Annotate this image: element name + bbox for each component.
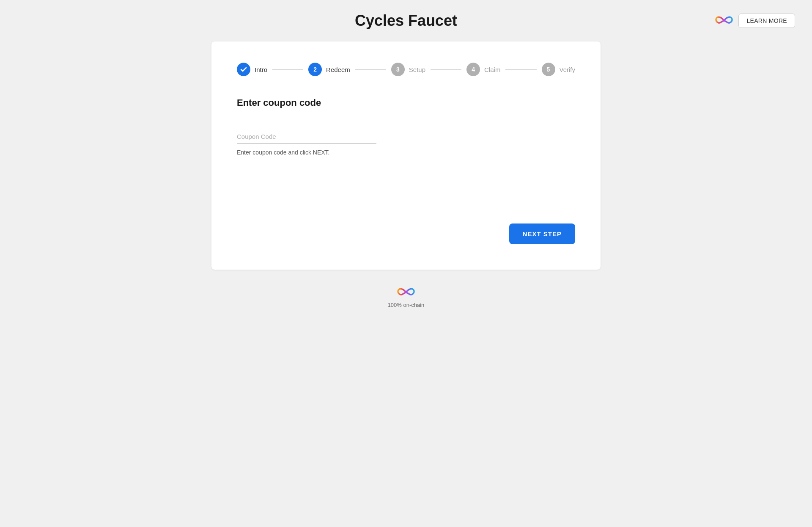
next-step-button[interactable]: NEXT STEP xyxy=(509,223,575,244)
step-number-verify: 5 xyxy=(547,66,550,73)
step-claim: 4 Claim xyxy=(466,63,500,76)
footer-tagline: 100% on-chain xyxy=(388,302,425,308)
step-setup: 3 Setup xyxy=(391,63,425,76)
step-label-claim: Claim xyxy=(484,66,500,73)
checkmark-icon xyxy=(240,66,247,73)
step-circle-verify: 5 xyxy=(542,63,555,76)
coupon-hint-text: Enter coupon code and click NEXT. xyxy=(237,149,575,156)
coupon-code-group xyxy=(237,130,575,144)
step-number-setup: 3 xyxy=(396,66,400,73)
header-actions: LEARN MORE xyxy=(715,14,795,28)
step-intro: Intro xyxy=(237,63,267,76)
step-redeem: 2 Redeem xyxy=(308,63,350,76)
step-circle-redeem: 2 xyxy=(308,63,322,76)
main-container: Intro 2 Redeem 3 Setup xyxy=(0,41,812,270)
step-connector-1 xyxy=(272,69,303,70)
step-connector-3 xyxy=(431,69,461,70)
page-title: Cycles Faucet xyxy=(355,12,457,30)
step-label-intro: Intro xyxy=(255,66,267,73)
coupon-code-input[interactable] xyxy=(237,130,376,144)
footer-infinity-icon xyxy=(397,287,415,298)
infinity-logo-icon xyxy=(715,15,733,27)
step-circle-intro xyxy=(237,63,250,76)
section-title: Enter coupon code xyxy=(237,97,575,108)
step-number-redeem: 2 xyxy=(313,66,317,73)
step-connector-2 xyxy=(355,69,386,70)
main-card: Intro 2 Redeem 3 Setup xyxy=(211,41,601,270)
step-number-claim: 4 xyxy=(472,66,475,73)
step-circle-setup: 3 xyxy=(391,63,405,76)
step-label-redeem: Redeem xyxy=(326,66,350,73)
page-footer: 100% on-chain xyxy=(0,287,812,308)
step-label-setup: Setup xyxy=(409,66,425,73)
step-circle-claim: 4 xyxy=(466,63,480,76)
step-label-verify: Verify xyxy=(560,66,576,73)
learn-more-button[interactable]: LEARN MORE xyxy=(738,14,795,28)
button-row: NEXT STEP xyxy=(237,223,575,244)
page-header: Cycles Faucet LEARN MORE xyxy=(0,0,812,41)
step-connector-4 xyxy=(505,69,536,70)
stepper: Intro 2 Redeem 3 Setup xyxy=(237,63,575,76)
step-verify: 5 Verify xyxy=(542,63,576,76)
